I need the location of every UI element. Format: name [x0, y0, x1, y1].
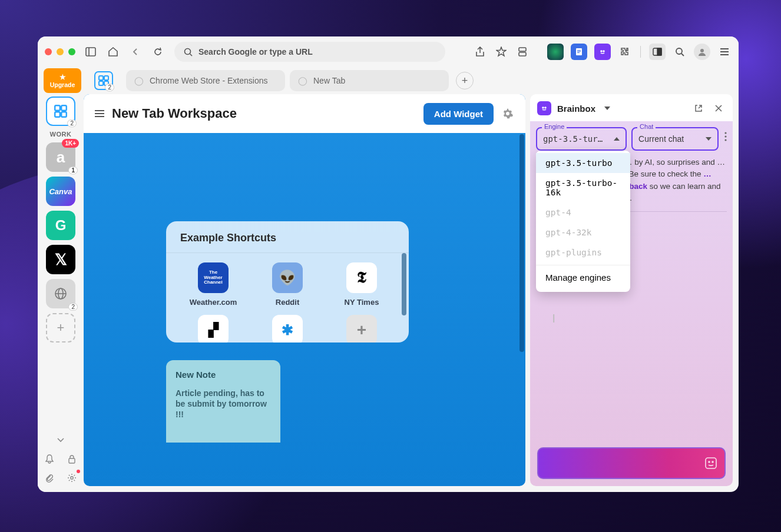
- engine-option-gpt4-32k[interactable]: gpt-4-32k: [536, 222, 630, 242]
- svg-rect-27: [55, 112, 60, 117]
- search-icon: [184, 48, 193, 56]
- upgrade-button[interactable]: ★ Upgrade: [44, 68, 81, 93]
- chat-selector[interactable]: Chat Current chat: [631, 127, 719, 151]
- back-icon[interactable]: [128, 45, 143, 59]
- shortcut-partial-2[interactable]: ✱: [252, 312, 323, 343]
- engine-selector[interactable]: Engine gpt-3.5-tur…: [536, 127, 627, 151]
- shortcut-add[interactable]: +: [326, 312, 397, 343]
- svg-rect-23: [99, 81, 103, 85]
- settings-icon[interactable]: [65, 471, 79, 485]
- extensions-icon[interactable]: [618, 45, 632, 59]
- minimize-window-button[interactable]: [57, 48, 64, 55]
- note-title: New Note: [176, 370, 271, 380]
- browser-window: Search Google or type a URL: [38, 36, 739, 492]
- svg-marker-4: [497, 47, 506, 56]
- shortcut-reddit[interactable]: 👽 Reddit: [252, 260, 323, 309]
- note-body: Article pending, has to be submit by tom…: [176, 388, 271, 420]
- brainbox-popout-icon[interactable]: [691, 101, 706, 115]
- hamburger-icon[interactable]: [94, 109, 105, 118]
- brainbox-close-icon[interactable]: [711, 101, 726, 115]
- divider: [640, 46, 641, 58]
- engine-option-gpt35[interactable]: gpt-3.5-turbo: [536, 153, 630, 173]
- note-widget[interactable]: New Note Article pending, has to be subm…: [166, 360, 280, 443]
- more-actions-icon[interactable]: [723, 127, 727, 141]
- shortcut-partial-1[interactable]: ▞: [178, 312, 249, 343]
- engine-selected-value: gpt-3.5-tur…: [543, 134, 614, 144]
- workspace-switcher-icon[interactable]: [515, 45, 530, 59]
- workspace-grid-tab[interactable]: 2: [94, 71, 113, 90]
- svg-point-46: [724, 135, 726, 137]
- sidebar-apps-count: 2: [67, 119, 77, 127]
- panel-icon[interactable]: [649, 44, 666, 60]
- sidebar-item-grammarly[interactable]: G: [46, 211, 75, 240]
- profile-avatar-icon[interactable]: [694, 44, 710, 60]
- sidebar-item-x[interactable]: 𝕏: [46, 245, 75, 274]
- engine-option-gpt35-16k[interactable]: gpt-3.5-turbo-16k: [536, 173, 630, 202]
- app-initial: G: [55, 217, 67, 234]
- omnibox-placeholder: Search Google or type a URL: [198, 47, 313, 56]
- extension-earth-icon[interactable]: [547, 44, 564, 60]
- omnibox[interactable]: Search Google or type a URL: [174, 42, 445, 62]
- app-initial: 𝕏: [55, 251, 67, 269]
- svg-rect-21: [99, 76, 103, 80]
- panel-resize-handle[interactable]: ||: [552, 313, 553, 322]
- traffic-lights: [45, 48, 75, 55]
- sidebar-collapse-icon[interactable]: [54, 433, 68, 447]
- notifications-icon[interactable]: [42, 452, 57, 466]
- svg-rect-5: [519, 48, 526, 51]
- sidebar-add-app[interactable]: +: [46, 313, 75, 343]
- sidebar: 2 WORK a 1K+ 1 Canva G 𝕏 2: [38, 94, 84, 492]
- sidebar-item-asana[interactable]: a 1K+ 1: [46, 142, 75, 172]
- find-icon[interactable]: [673, 45, 687, 59]
- svg-point-49: [709, 461, 710, 463]
- tab-bar: ★ Upgrade 2 ◯ Chrome Web Store - Extensi…: [38, 67, 739, 94]
- overflow-menu-icon[interactable]: [717, 45, 732, 59]
- tab-title: New Tab: [313, 76, 345, 85]
- svg-rect-10: [577, 52, 580, 53]
- svg-rect-8: [577, 50, 581, 51]
- reload-icon[interactable]: [151, 45, 165, 59]
- shortcut-nytimes[interactable]: 𝕿 NY Times: [326, 260, 397, 309]
- shortcut-weather[interactable]: TheWeatherChannel Weather.com: [178, 260, 249, 309]
- engine-option-gpt4[interactable]: gpt-4: [536, 202, 630, 222]
- tab-new-tab[interactable]: ◯ New Tab: [290, 70, 449, 91]
- engine-option-plugins[interactable]: gpt-plugins: [536, 242, 630, 262]
- sidebar-toggle-icon[interactable]: [84, 45, 98, 59]
- svg-line-3: [190, 54, 193, 56]
- extension-brainbox-icon[interactable]: [594, 44, 611, 60]
- workspace-view: New Tab Workspace Add Widget Example Sho…: [84, 94, 525, 486]
- svg-rect-26: [61, 105, 67, 111]
- share-icon[interactable]: [473, 45, 487, 59]
- svg-rect-9: [577, 51, 581, 52]
- manage-engines-item[interactable]: Manage engines: [536, 265, 630, 290]
- brainbox-dropdown-icon[interactable]: [600, 101, 614, 115]
- svg-point-11: [601, 51, 602, 52]
- attachment-icon[interactable]: [42, 471, 57, 485]
- chevron-down-icon: [706, 137, 711, 141]
- close-window-button[interactable]: [45, 48, 52, 55]
- svg-rect-0: [86, 48, 95, 56]
- sidebar-item-canva[interactable]: Canva: [46, 177, 75, 206]
- svg-rect-32: [69, 458, 75, 463]
- workspace-scrollbar[interactable]: [519, 134, 524, 352]
- home-icon[interactable]: [106, 45, 120, 59]
- sidebar-item-web[interactable]: 2: [46, 279, 75, 308]
- tab-chrome-web-store[interactable]: ◯ Chrome Web Store - Extensions: [126, 70, 285, 91]
- add-widget-button[interactable]: Add Widget: [423, 103, 494, 125]
- sidebar-workspace-apps[interactable]: 2: [46, 97, 75, 126]
- bookmark-star-icon[interactable]: [494, 45, 508, 59]
- svg-point-15: [676, 48, 682, 54]
- brainbox-chat-input[interactable]: [537, 447, 726, 479]
- extension-docs-icon[interactable]: [571, 44, 587, 60]
- emoji-icon[interactable]: [704, 457, 717, 470]
- new-tab-button[interactable]: +: [456, 72, 474, 89]
- lock-icon[interactable]: [65, 452, 79, 466]
- svg-point-2: [185, 48, 191, 54]
- svg-point-47: [724, 139, 726, 141]
- fullscreen-window-button[interactable]: [68, 48, 75, 55]
- widget-scrollbar[interactable]: [402, 253, 406, 315]
- workspace-header: New Tab Workspace Add Widget: [84, 94, 525, 133]
- shortcuts-title: Example Shortcuts: [166, 230, 409, 253]
- brainbox-panel: Brainbox Engine: [530, 94, 733, 486]
- workspace-settings-icon[interactable]: [501, 107, 515, 121]
